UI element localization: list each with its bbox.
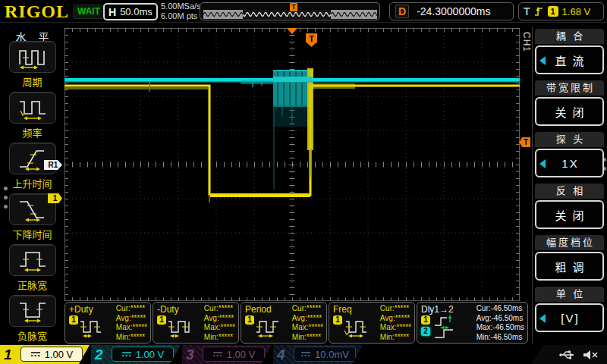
channel-4-scale: 10.0mV bbox=[315, 349, 349, 360]
trigger-slope-icon bbox=[534, 6, 544, 17]
trigger-position-triangle[interactable] bbox=[287, 28, 297, 34]
vernier-label: 幅度档位 bbox=[535, 235, 604, 250]
trigger-level-value: 1.68 V bbox=[562, 6, 591, 17]
menu-separator bbox=[532, 27, 533, 344]
measure-item-label: 上升时间 bbox=[0, 176, 64, 190]
measurement-delay-1-2[interactable]: Dly1→2 1 2 Cur:-46.50ms Avg:-46.50ms Max… bbox=[417, 302, 528, 344]
menu-item-invert: 反 相 关 闭 bbox=[535, 184, 604, 229]
unit-label: 单 位 bbox=[535, 287, 604, 302]
channel-2-chip[interactable]: 2 1.00 V bbox=[91, 345, 181, 364]
frequency-icon[interactable] bbox=[9, 92, 56, 124]
dc-coupling-icon bbox=[30, 350, 41, 358]
trigger-readout-box: T 1 1.68 V bbox=[518, 2, 604, 20]
channel-1-scale: 1.00 V bbox=[45, 349, 74, 360]
measure-item-frequency[interactable]: 频率 bbox=[0, 92, 64, 140]
speaker-muted-icon bbox=[583, 350, 599, 360]
graticule-and-traces bbox=[64, 28, 520, 301]
channel-2-scale: 1.00 V bbox=[136, 349, 165, 360]
menu-item-probe: 探 头 1X bbox=[535, 132, 604, 177]
delay-value: -24.3000000ms bbox=[417, 5, 490, 17]
select-arrow-icon bbox=[539, 56, 546, 65]
acquisition-status-badge: WAIT bbox=[73, 5, 105, 19]
period-icon[interactable] bbox=[9, 41, 56, 73]
positive-pulse-width-icon[interactable] bbox=[9, 244, 56, 276]
source-b-badge: 2 bbox=[421, 327, 430, 336]
probe-value-button[interactable]: 1X bbox=[535, 149, 604, 177]
dc-coupling-icon bbox=[121, 350, 132, 358]
menu-item-coupling: 耦 合 直 流 bbox=[535, 29, 604, 74]
horizontal-label: H bbox=[109, 6, 116, 18]
measurement-freq[interactable]: Freq 1 Cur:***** Avg:***** Max:***** Min… bbox=[329, 302, 415, 344]
plus-duty-icon bbox=[80, 316, 107, 342]
system-icon-tray bbox=[531, 345, 607, 364]
select-arrow-icon bbox=[539, 314, 546, 323]
measurement-plus-duty[interactable]: +Duty 1 Cur:***** Avg:***** Max:***** Mi… bbox=[64, 302, 151, 344]
bandwidth-limit-value-button[interactable]: 关 闭 bbox=[535, 97, 604, 126]
select-arrow-icon bbox=[539, 159, 546, 168]
menu-item-unit: 单 位 [V] bbox=[535, 287, 604, 332]
coupling-value-button[interactable]: 直 流 bbox=[535, 46, 604, 74]
sample-rate: 5.00MSa/s bbox=[161, 2, 201, 11]
channel-3-chip[interactable]: 3 1.00 V bbox=[182, 345, 272, 364]
channel-4-chip[interactable]: 4 10.0mV bbox=[273, 345, 363, 364]
measure-item-label: 频率 bbox=[0, 125, 64, 140]
source-badge: 1 bbox=[245, 315, 254, 325]
trigger-source-badge: 1 bbox=[548, 6, 558, 17]
measure-item-label: 负脉宽 bbox=[0, 328, 64, 343]
delay-label: D bbox=[395, 5, 409, 18]
unit-value-button[interactable]: [V] bbox=[535, 303, 604, 332]
top-status-bar: RIGOL WAIT H 50.0ms 5.00MSa/s 6.00M pts bbox=[0, 0, 607, 23]
bandwidth-limit-label: 带宽限制 bbox=[535, 80, 604, 96]
delay-readout-box: D -24.3000000ms bbox=[389, 2, 514, 20]
timebase-value: 50.0ms bbox=[120, 6, 153, 17]
source-a-badge: 1 bbox=[421, 315, 430, 325]
memory-depth: 6.00M pts bbox=[161, 11, 201, 21]
trigger-position-bar-marker[interactable]: T bbox=[290, 3, 297, 11]
sample-rate-readout: 5.00MSa/s 6.00M pts bbox=[161, 2, 201, 21]
horizontal-position-bar[interactable]: T bbox=[200, 2, 380, 20]
coupling-label: 耦 合 bbox=[535, 29, 604, 44]
source-badge: 1 bbox=[69, 315, 78, 325]
negative-pulse-width-icon[interactable] bbox=[9, 295, 56, 327]
usb-icon bbox=[558, 350, 577, 360]
measure-item-label: 周期 bbox=[0, 74, 64, 89]
stats: Cur:***** Avg:***** Max:***** Min:***** bbox=[380, 304, 411, 342]
channel-3-scale: 1.00 V bbox=[227, 349, 256, 360]
measure-item-positive-width[interactable]: 正脉宽 bbox=[0, 244, 64, 292]
dc-coupling-icon bbox=[300, 350, 311, 358]
horizontal-timebase-box[interactable]: H 50.0ms bbox=[103, 3, 158, 20]
minus-duty-icon bbox=[168, 316, 195, 342]
freq-measure-icon bbox=[344, 316, 371, 342]
vernier-value-button[interactable]: 粗 调 bbox=[535, 252, 604, 281]
menu-channel-tab: CH1 bbox=[521, 32, 532, 52]
menu-item-vernier: 幅度档位 粗 调 bbox=[535, 235, 604, 281]
stats: Cur:-46.50ms Avg:-46.50ms Max:-46.50ms M… bbox=[476, 304, 524, 342]
dc-coupling-icon bbox=[212, 350, 223, 358]
stats: Cur:***** Avg:***** Max:***** Min:***** bbox=[292, 304, 323, 342]
invert-value-button[interactable]: 关 闭 bbox=[535, 200, 604, 229]
trigger-label: T bbox=[524, 5, 530, 17]
stats: Cur:***** Avg:***** Max:***** Min:***** bbox=[204, 304, 235, 342]
rigol-logo: RIGOL bbox=[5, 2, 69, 22]
probe-label: 探 头 bbox=[535, 132, 604, 147]
measure-item-period[interactable]: 周期 bbox=[0, 41, 64, 89]
invert-label: 反 相 bbox=[535, 184, 604, 199]
measurement-period[interactable]: Period 1 Cur:***** Avg:***** Max:***** M… bbox=[241, 302, 327, 344]
channel-1-chip[interactable]: 1 1.00 V bbox=[0, 345, 90, 364]
left-measure-menu: 水 平 周期 频率 上升时间 下降时间 bbox=[0, 23, 64, 345]
channel-status-bar: 1 1.00 V 2 1.00 V 3 1.00 V 4 bbox=[0, 345, 607, 364]
menu-page-dots bbox=[4, 187, 8, 214]
measurement-bar: +Duty 1 Cur:***** Avg:***** Max:***** Mi… bbox=[64, 302, 530, 344]
source-badge: 1 bbox=[157, 315, 166, 325]
measurement-minus-duty[interactable]: -Duty 1 Cur:***** Avg:***** Max:***** Mi… bbox=[153, 302, 239, 344]
source-badge: 1 bbox=[333, 315, 342, 325]
stats: Cur:***** Avg:***** Max:***** Min:***** bbox=[116, 304, 147, 342]
period-measure-icon bbox=[256, 316, 283, 342]
measure-item-label: 下降时间 bbox=[0, 227, 64, 241]
oscilloscope-screen: RIGOL WAIT H 50.0ms 5.00MSa/s 6.00M pts bbox=[0, 0, 607, 364]
waveform-display bbox=[64, 28, 520, 301]
delay-measure-icon bbox=[433, 315, 464, 344]
measure-item-label: 正脉宽 bbox=[0, 278, 64, 292]
measure-item-negative-width[interactable]: 负脉宽 bbox=[0, 295, 64, 343]
trigger-level-marker[interactable]: T bbox=[519, 137, 530, 147]
